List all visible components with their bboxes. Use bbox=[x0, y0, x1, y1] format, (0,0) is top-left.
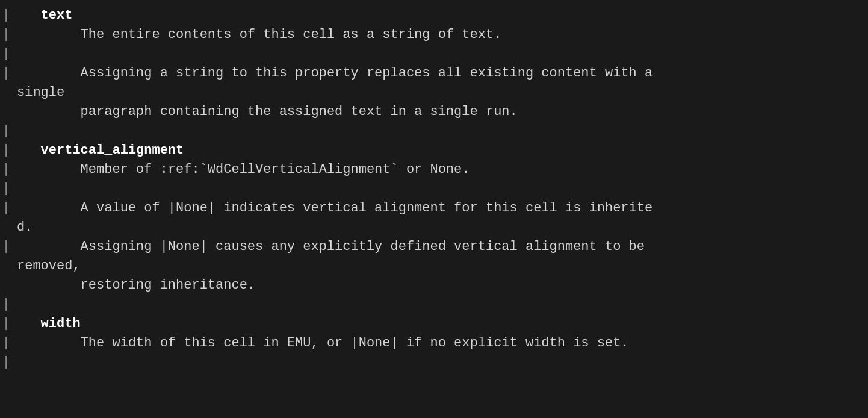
line-5: single bbox=[0, 83, 868, 102]
pipe-17: | bbox=[0, 314, 17, 334]
line-content-4: Assigning a string to this property repl… bbox=[17, 64, 653, 83]
pipe-9: | bbox=[0, 160, 17, 179]
line-content-14: removed, bbox=[17, 257, 81, 276]
property-text: text bbox=[41, 8, 73, 23]
pipe-7: | bbox=[0, 122, 17, 141]
pipe-8: | bbox=[0, 141, 17, 160]
line-content-13: Assigning |None| causes any explicitly d… bbox=[17, 237, 645, 257]
line-19: | bbox=[0, 353, 868, 372]
line-12: d. bbox=[0, 218, 868, 237]
pipe-13: | bbox=[0, 237, 17, 257]
line-15: restoring inheritance. bbox=[0, 276, 868, 295]
line-17: | width bbox=[0, 314, 868, 334]
line-content-18: The width of this cell in EMU, or |None|… bbox=[17, 334, 629, 353]
line-1: | text bbox=[0, 6, 868, 25]
line-content-11: A value of |None| indicates vertical ali… bbox=[17, 199, 653, 218]
line-16: | bbox=[0, 295, 868, 314]
line-11: | A value of |None| indicates vertical a… bbox=[0, 199, 868, 218]
line-content-5: single bbox=[17, 83, 64, 102]
line-content-2: The entire contents of this cell as a st… bbox=[17, 25, 501, 45]
code-viewer: | text | The entire contents of this cel… bbox=[0, 0, 868, 418]
line-content-12: d. bbox=[17, 218, 33, 237]
line-8: | vertical_alignment bbox=[0, 141, 868, 160]
pipe-19: | bbox=[0, 353, 17, 372]
line-7: | bbox=[0, 122, 868, 141]
line-content-1: text bbox=[17, 6, 72, 25]
pipe-4: | bbox=[0, 64, 17, 83]
line-content-9: Member of :ref:`WdCellVerticalAlignment`… bbox=[17, 160, 470, 179]
pipe-2: | bbox=[0, 25, 17, 45]
line-4: | Assigning a string to this property re… bbox=[0, 64, 868, 83]
line-18: | The width of this cell in EMU, or |Non… bbox=[0, 334, 868, 353]
line-6: paragraph containing the assigned text i… bbox=[0, 102, 868, 122]
line-content-15: restoring inheritance. bbox=[17, 276, 255, 295]
pipe-1: | bbox=[0, 6, 17, 25]
pipe-10: | bbox=[0, 179, 17, 199]
pipe-3: | bbox=[0, 45, 17, 64]
line-content-8: vertical_alignment bbox=[17, 141, 184, 160]
property-vertical-alignment: vertical_alignment bbox=[41, 143, 184, 158]
line-content-6: paragraph containing the assigned text i… bbox=[17, 102, 518, 122]
line-9: | Member of :ref:`WdCellVerticalAlignmen… bbox=[0, 160, 868, 179]
line-2: | The entire contents of this cell as a … bbox=[0, 25, 868, 45]
pipe-11: | bbox=[0, 199, 17, 218]
pipe-16: | bbox=[0, 295, 17, 314]
line-3: | bbox=[0, 45, 868, 64]
line-content-17: width bbox=[17, 314, 81, 334]
property-width: width bbox=[41, 316, 81, 331]
pipe-18: | bbox=[0, 334, 17, 353]
line-10: | bbox=[0, 179, 868, 199]
line-13: | Assigning |None| causes any explicitly… bbox=[0, 237, 868, 257]
line-14: removed, bbox=[0, 257, 868, 276]
